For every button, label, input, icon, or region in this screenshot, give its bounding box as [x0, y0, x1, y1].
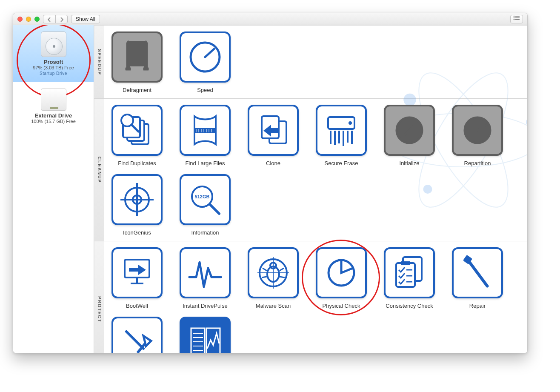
tool-label: IconGenius [109, 229, 165, 236]
titlebar: Show All [13, 13, 527, 25]
svg-rect-65 [401, 261, 410, 265]
tool-label: BootWell [109, 303, 165, 309]
tool-secure-erase[interactable]: Secure Erase [314, 105, 369, 166]
tool-label: Find Duplicates [109, 160, 165, 166]
close-button[interactable] [17, 17, 23, 22]
svg-rect-1 [515, 16, 520, 17]
drive-name: Prosoft [13, 59, 94, 65]
clone-icon [254, 111, 292, 149]
nav-segmented [43, 15, 68, 23]
svg-line-58 [263, 268, 267, 271]
repartition-icon [458, 111, 497, 149]
hard-disk-icon [41, 31, 66, 57]
sidebar-drive-prosoft[interactable]: Prosoft 97% (3.03 TB) Free Startup Drive [13, 25, 94, 82]
svg-rect-3 [515, 17, 520, 18]
tool-label: Repair [450, 303, 505, 309]
forward-button[interactable] [55, 15, 67, 23]
tool-label: Consistency Check [382, 303, 437, 309]
window-controls [17, 17, 40, 22]
tool-find-duplicates[interactable]: Find Duplicates [109, 105, 165, 166]
rebuild-icon [118, 323, 156, 353]
malware-icon [254, 254, 292, 292]
sidebar-drive-external[interactable]: External Drive 100% (15.7 GB) Free [13, 82, 94, 130]
svg-point-32 [349, 121, 352, 125]
benchmark-icon [186, 323, 224, 353]
tool-label: Initialize [382, 160, 437, 166]
svg-line-59 [280, 268, 284, 271]
tool-label: Clone [246, 160, 301, 166]
section-header-speedup: SPEEDUP [94, 26, 104, 98]
section-header-protect: PROTECT [94, 241, 104, 353]
drive-badge: Startup Drive [13, 71, 94, 76]
section-header-cleanup: CLEANUP [94, 99, 104, 241]
svg-line-15 [205, 49, 214, 57]
list-view-icon [513, 15, 520, 20]
tool-speed[interactable]: Speed [177, 31, 233, 93]
repair-icon [458, 254, 497, 292]
tool-clone[interactable]: Clone [246, 105, 301, 166]
tool-malware-scan[interactable]: Malware Scan [246, 247, 301, 309]
minimize-button[interactable] [26, 17, 31, 22]
icongenius-icon [118, 180, 156, 219]
show-all-button[interactable]: Show All [71, 15, 100, 23]
tool-label: Secure Erase [314, 160, 369, 166]
tool-label: Repartition [450, 160, 505, 166]
chevron-right-icon [59, 17, 64, 22]
tool-defragment[interactable]: Defragment [109, 31, 165, 93]
drivepulse-icon [186, 254, 224, 292]
svg-rect-64 [396, 263, 415, 287]
svg-rect-21 [194, 128, 217, 133]
drive-free: 100% (15.7 GB) Free [13, 119, 94, 124]
tool-rebuild[interactable] [109, 317, 165, 353]
section-speedup: SPEEDUP Defragment [94, 25, 527, 98]
svg-rect-73 [191, 328, 205, 353]
sidebar: Prosoft 97% (3.03 TB) Free Startup Drive… [13, 25, 94, 353]
tool-initialize[interactable]: Initialize [382, 105, 437, 166]
bootwell-icon [118, 254, 156, 292]
tool-benchmark[interactable] [177, 317, 233, 353]
external-drive-icon [41, 89, 66, 111]
tool-consistency-check[interactable]: Consistency Check [382, 247, 437, 309]
svg-point-4 [514, 19, 515, 20]
tool-label: Find Large Files [177, 160, 233, 166]
drive-name: External Drive [13, 112, 94, 119]
svg-line-71 [126, 332, 143, 349]
back-button[interactable] [43, 15, 55, 23]
view-toggle-button[interactable] [510, 15, 523, 23]
initialize-icon [390, 111, 429, 149]
svg-rect-5 [515, 19, 520, 20]
svg-line-61 [280, 277, 285, 278]
defragment-icon [118, 38, 156, 76]
section-protect: PROTECT BootWell [94, 241, 527, 353]
tool-label: Defragment [109, 87, 165, 93]
main-panel: SPEEDUP Defragment [94, 25, 527, 353]
svg-rect-13 [130, 42, 144, 66]
tool-instant-drivepulse[interactable]: Instant DrivePulse [177, 247, 233, 309]
consistency-check-icon [390, 254, 429, 292]
speedometer-icon [186, 38, 224, 76]
svg-line-49 [210, 204, 219, 214]
large-files-icon [186, 111, 224, 149]
duplicates-icon [118, 111, 156, 149]
tool-repair[interactable]: Repair [450, 247, 505, 309]
svg-point-2 [514, 17, 515, 18]
svg-point-0 [514, 15, 515, 17]
tool-find-large-files[interactable]: Find Large Files [177, 105, 233, 166]
tool-icongenius[interactable]: IconGenius [109, 174, 165, 236]
tool-repartition[interactable]: Repartition [450, 105, 505, 166]
tool-information[interactable]: 512GB Information [177, 174, 233, 236]
tool-physical-check[interactable]: Physical Check [314, 247, 369, 309]
shredder-icon [322, 111, 360, 149]
tool-bootwell[interactable]: BootWell [109, 247, 165, 309]
tool-label: Information [177, 229, 233, 236]
information-icon: 512GB [186, 180, 224, 219]
zoom-button[interactable] [34, 17, 40, 22]
tool-label: Malware Scan [246, 303, 301, 309]
tool-label: Speed [177, 87, 233, 93]
svg-line-60 [262, 277, 267, 278]
svg-text:512GB: 512GB [195, 194, 210, 199]
app-window: Show All Prosoft 97% (3.03 TB) Free Star… [13, 13, 528, 353]
tool-label: Physical Check [314, 303, 369, 309]
section-cleanup: CLEANUP Find Duplicates [94, 98, 527, 241]
drive-free: 97% (3.03 TB) Free [13, 65, 94, 70]
